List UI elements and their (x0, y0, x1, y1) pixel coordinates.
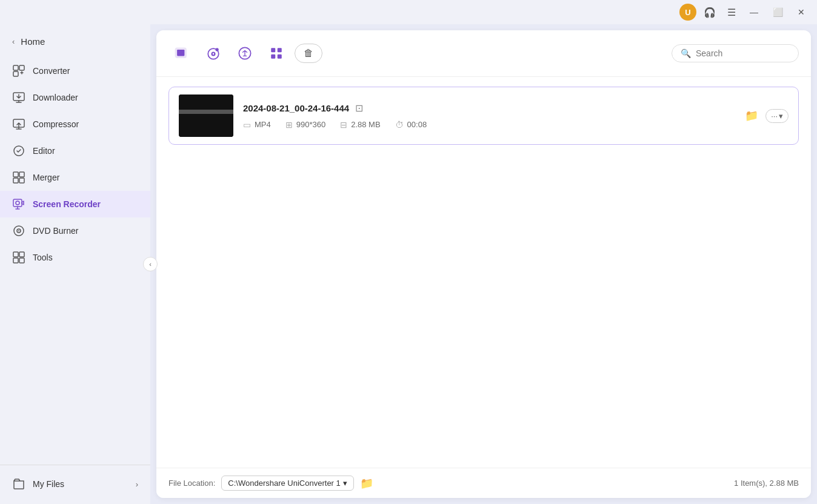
home-label: Home (21, 36, 45, 47)
search-box: 🔍 (672, 44, 799, 62)
thumb-bot (179, 114, 233, 138)
svg-rect-29 (278, 55, 282, 59)
svg-rect-27 (278, 48, 282, 52)
screen-recorder-icon (12, 197, 25, 211)
my-files-label: My Files (33, 479, 64, 489)
sidebar: ‹ Home Converter (0, 24, 150, 504)
tools-label: Tools (33, 253, 53, 262)
svg-rect-18 (19, 258, 24, 263)
apps-tool-button[interactable] (263, 40, 290, 67)
svg-rect-6 (13, 172, 18, 177)
svg-rect-1 (19, 65, 24, 70)
minimize-button[interactable]: — (745, 5, 763, 19)
svg-rect-28 (271, 55, 275, 59)
sidebar-item-home[interactable]: ‹ Home (0, 30, 150, 58)
recording-size: ⊟ 2.88 MB (340, 120, 380, 130)
content-area: 🗑 🔍 2024-08 (156, 30, 811, 498)
content-footer: File Location: C:\Wondershare UniConvert… (156, 468, 811, 498)
recording-actions: 📁 ··· ▾ (742, 107, 789, 125)
main-content: 2024-08-21_00-24-16-444 ⊡ ▭ MP4 ⊞ 990*36… (156, 77, 811, 468)
sidebar-item-converter[interactable]: Converter (0, 58, 150, 84)
svg-rect-15 (13, 252, 18, 257)
svg-rect-10 (13, 199, 22, 207)
svg-rect-8 (13, 178, 18, 183)
svg-point-24 (216, 48, 219, 51)
main-layout: ‹ Home Converter (0, 24, 817, 504)
sidebar-bottom: My Files › (0, 465, 150, 498)
user-avatar-button[interactable]: U (679, 4, 696, 21)
title-bar-controls: U 🎧 ☰ — ⬜ ✕ (679, 4, 810, 21)
thumb-mid (179, 110, 233, 114)
thumb-top (179, 94, 233, 110)
duration-value: 00:08 (407, 120, 427, 129)
my-files-icon (12, 477, 25, 491)
resolution-value: 990*360 (296, 120, 325, 129)
sidebar-item-screen-recorder[interactable]: Screen Recorder (0, 191, 150, 217)
home-arrow-icon: ‹ (12, 37, 15, 46)
svg-rect-7 (19, 172, 24, 177)
sidebar-collapse-button[interactable]: ‹ (143, 257, 158, 271)
svg-rect-0 (13, 65, 18, 70)
compressor-label: Compressor (33, 119, 79, 129)
maximize-button[interactable]: ⬜ (768, 5, 788, 19)
screen-recorder-label: Screen Recorder (33, 199, 101, 209)
screen-record-tool-button[interactable] (168, 40, 195, 67)
trash-button[interactable]: 🗑 (295, 44, 322, 63)
resolution-icon: ⊞ (285, 120, 293, 130)
format-value: MP4 (255, 120, 271, 129)
trash-icon: 🗑 (304, 48, 313, 58)
open-folder-button[interactable]: 📁 (742, 107, 761, 125)
svg-rect-16 (19, 252, 24, 257)
svg-rect-17 (13, 258, 18, 263)
svg-rect-2 (13, 71, 18, 76)
sidebar-item-my-files[interactable]: My Files › (0, 470, 150, 498)
headset-icon-button[interactable]: 🎧 (701, 4, 718, 21)
audio-tool-button[interactable] (232, 40, 258, 67)
recording-card[interactable]: 2024-08-21_00-24-16-444 ⊡ ▭ MP4 ⊞ 990*36… (168, 87, 799, 145)
merger-icon (12, 171, 25, 184)
duration-icon: ⏱ (395, 120, 404, 130)
tools-icon (12, 251, 25, 264)
svg-rect-9 (19, 178, 24, 183)
recording-format: ▭ MP4 (243, 120, 271, 130)
sidebar-item-compressor[interactable]: Compressor (0, 111, 150, 138)
menu-icon-button[interactable]: ☰ (723, 4, 740, 21)
open-external-icon[interactable]: ⊡ (355, 102, 363, 114)
recording-name-row: 2024-08-21_00-24-16-444 ⊡ (243, 102, 733, 114)
size-value: 2.88 MB (351, 120, 380, 129)
recording-meta: ▭ MP4 ⊞ 990*360 ⊟ 2.88 MB ⏱ (243, 120, 733, 130)
close-button[interactable]: ✕ (793, 5, 810, 19)
more-actions-button[interactable]: ··· ▾ (765, 109, 789, 123)
svg-point-11 (16, 201, 19, 205)
sidebar-item-dvd-burner[interactable]: DVD Burner (0, 217, 150, 244)
camera-tool-button[interactable] (200, 40, 227, 67)
more-dots-icon: ··· (771, 111, 778, 121)
sidebar-item-merger[interactable]: Merger (0, 164, 150, 191)
more-chevron-icon: ▾ (779, 111, 783, 121)
size-icon: ⊟ (340, 120, 347, 130)
file-location-selector[interactable]: C:\Wondershare UniConverter 1 ▾ (221, 476, 353, 491)
sidebar-item-downloader[interactable]: Downloader (0, 84, 150, 111)
downloader-icon (12, 91, 25, 104)
recording-info: 2024-08-21_00-24-16-444 ⊡ ▭ MP4 ⊞ 990*36… (243, 102, 733, 130)
editor-icon (12, 144, 25, 158)
toolbar: 🗑 🔍 (156, 30, 811, 77)
file-location-chevron-icon: ▾ (343, 479, 347, 488)
search-icon: 🔍 (681, 48, 691, 58)
title-bar: U 🎧 ☰ — ⬜ ✕ (0, 0, 817, 24)
search-input[interactable] (696, 48, 790, 58)
converter-icon (12, 64, 25, 78)
compressor-icon (12, 118, 25, 131)
dvd-burner-label: DVD Burner (33, 226, 78, 236)
file-location-path: C:\Wondershare UniConverter 1 (228, 479, 340, 488)
footer-folder-icon: 📁 (360, 477, 373, 489)
sidebar-item-tools[interactable]: Tools (0, 244, 150, 271)
item-count: 1 Item(s), 2.88 MB (734, 479, 799, 488)
recording-thumbnail (179, 94, 233, 137)
footer-open-folder-button[interactable]: 📁 (360, 477, 373, 490)
merger-label: Merger (33, 173, 59, 182)
sidebar-item-editor[interactable]: Editor (0, 138, 150, 164)
file-location-label: File Location: (168, 479, 215, 488)
editor-label: Editor (33, 146, 55, 156)
svg-point-23 (213, 53, 215, 55)
